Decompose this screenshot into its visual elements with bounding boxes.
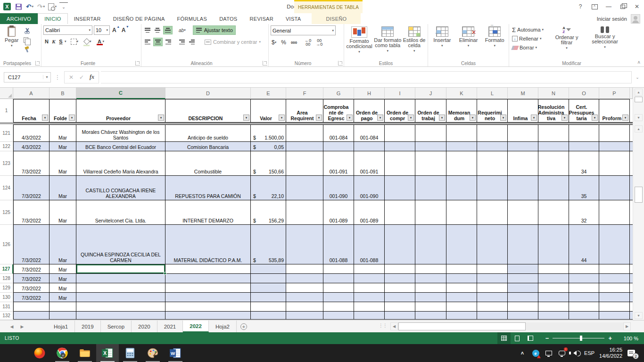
cell-E124[interactable]: $22,10 [251,176,286,200]
bold-button[interactable]: N [43,37,50,46]
cell-B127[interactable]: Mar [50,264,76,274]
cell-L127[interactable] [477,264,508,274]
tab-diseno-pagina[interactable]: DISEÑO DE PÁGINA [107,13,171,24]
cell-I126[interactable] [385,225,415,264]
cell-K130[interactable] [446,293,477,302]
cell-F124[interactable] [286,176,323,200]
percent-format-button[interactable]: % [280,38,287,47]
column-header-B[interactable]: B [50,88,76,99]
zoom-out-icon[interactable]: − [545,335,549,342]
cell-G125[interactable]: 001-089 [323,200,354,225]
cell-L129[interactable] [477,283,508,293]
cell-J123[interactable] [415,151,446,176]
scroll-thumb-main[interactable] [635,187,643,203]
column-header-O[interactable]: O [569,88,599,99]
notification-center-icon[interactable]: 2 [627,349,636,357]
cell-H128[interactable] [354,274,385,283]
cell-B124[interactable]: Mar [50,176,76,200]
cell-C121[interactable]: Morales Chávez Washington de los Santos [76,124,165,142]
table-header-cell-O[interactable]: Cert. Presupues taria▾ [569,99,599,123]
filter-icon[interactable]: ▾ [531,115,537,121]
cell-N130[interactable] [538,293,569,302]
align-middle-button[interactable] [153,26,162,34]
font-dialog-launcher-icon[interactable] [135,61,140,66]
column-header-F[interactable]: F [286,88,323,99]
sort-filter-button[interactable]: AZ Ordenar y filtrar▾ [550,25,584,51]
cell-B123[interactable]: Mar [50,151,76,176]
cell-K122[interactable] [446,142,477,151]
font-color-button[interactable]: A▾ [96,37,106,46]
filter-icon[interactable]: ▾ [500,115,506,121]
column-header-E[interactable]: E [251,88,286,99]
row-header-131[interactable]: 131 [0,302,13,312]
sign-in[interactable]: Iniciar sesión [597,13,644,24]
row-header-129[interactable]: 129 [0,283,13,293]
close-button[interactable]: ✕ [630,0,644,13]
column-header-J[interactable]: J [415,88,446,99]
cell-M130[interactable] [508,293,538,302]
paste-button[interactable]: Pegar ▾ [2,25,21,49]
align-center-button[interactable] [153,38,163,46]
cell-A130[interactable]: 7/3/2022 [13,293,50,302]
cell-C128[interactable] [76,274,165,283]
column-header-M[interactable]: M [508,88,538,99]
name-box-dropdown-icon[interactable]: ▾ [43,75,50,79]
cell-K126[interactable] [446,225,477,264]
vertical-scrollbar[interactable]: ▲ ▼ ▲ ▼ [633,88,644,320]
cell-G126[interactable]: 001-088 [323,225,354,264]
column-header-H[interactable]: H [354,88,385,99]
collapse-ribbon-icon[interactable]: ˄ [637,60,640,65]
cell-G132[interactable] [323,312,354,320]
cell-A121[interactable]: 4/3/2022 [13,124,50,142]
cell-N129[interactable] [538,283,569,293]
cell-D131[interactable] [165,302,251,312]
cell-N128[interactable] [538,274,569,283]
column-header-I[interactable]: I [385,88,415,99]
column-header-N[interactable]: N [538,88,569,99]
align-top-button[interactable] [143,26,152,34]
format-cells-button[interactable]: ↔ Formato▾ [482,25,507,49]
cell-P131[interactable] [599,302,630,312]
cell-A123[interactable]: 7/3/2022 [13,151,50,176]
table-header-cell-B[interactable]: Folde▾ [50,99,76,123]
cell-E131[interactable] [251,302,286,312]
tab-revisar[interactable]: REVISAR [244,13,280,24]
cell-F121[interactable] [286,124,323,142]
cell-E130[interactable] [251,293,286,302]
align-right-button[interactable] [164,38,173,46]
find-select-button[interactable]: Buscar y seleccionar▾ [585,25,625,50]
cell-O125[interactable]: 32 [569,200,599,225]
cell-A124[interactable]: 7/3/2022 [13,176,50,200]
redo-icon[interactable]: ↷▾ [37,2,45,11]
cell-I127[interactable] [385,264,415,274]
tab-insertar[interactable]: INSERTAR [68,13,107,24]
cell-J127[interactable] [415,264,446,274]
filter-icon[interactable]: ▾ [408,115,414,121]
cell-N132[interactable] [538,312,569,320]
cell-N121[interactable] [538,124,569,142]
cell-styles-button[interactable]: Estilos de celda▾ [403,25,426,54]
scroll-up-icon[interactable]: ▲ [635,89,643,96]
cell-O121[interactable] [569,124,599,142]
cell-A125[interactable]: 7/3/2022 [13,200,50,225]
cell-I131[interactable] [385,302,415,312]
tab-vista[interactable]: VISTA [280,13,307,24]
scroll-down-icon[interactable]: ▼ [635,312,643,319]
cell-O131[interactable] [569,302,599,312]
cell-L121[interactable] [477,124,508,142]
cell-O130[interactable] [569,293,599,302]
cell-N127[interactable] [538,264,569,274]
cell-P125[interactable] [599,200,630,225]
cell-J125[interactable] [415,200,446,225]
cell-D123[interactable]: Combustible [165,151,251,176]
row-header-125[interactable]: 125 [0,200,13,225]
cell-I122[interactable] [385,142,415,151]
cell-P121[interactable] [599,124,630,142]
cell-F123[interactable] [286,151,323,176]
cell-M129[interactable] [508,283,538,293]
cell-K129[interactable] [446,283,477,293]
cell-H131[interactable] [354,302,385,312]
filter-icon[interactable]: ▾ [69,115,75,121]
cell-C129[interactable] [76,283,165,293]
cell-A127[interactable]: 7/3/2022 [13,264,50,274]
